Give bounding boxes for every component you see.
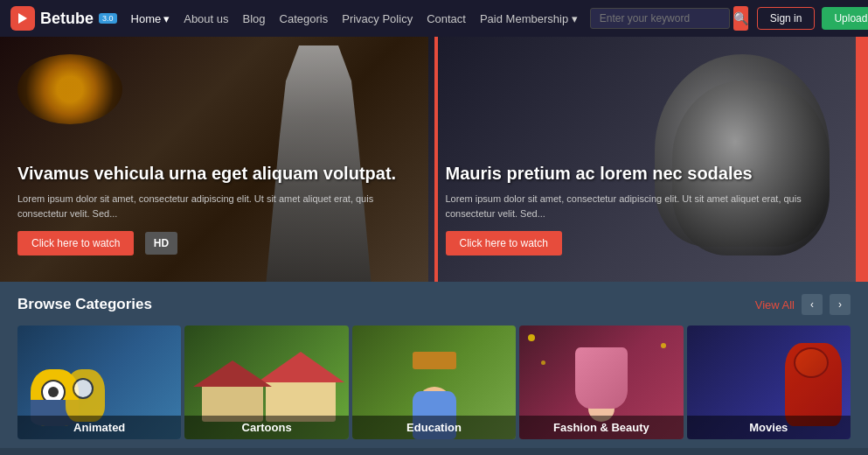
spider-body bbox=[785, 343, 842, 426]
search-input[interactable] bbox=[590, 8, 730, 29]
light2 bbox=[661, 343, 666, 348]
nav-about[interactable]: About us bbox=[178, 12, 233, 25]
logo-text: Betube bbox=[40, 10, 94, 28]
category-card-animated[interactable]: Animated bbox=[17, 326, 181, 439]
education-label: Education bbox=[352, 416, 516, 439]
animated-label: Animated bbox=[17, 416, 181, 439]
view-all-link[interactable]: View All bbox=[755, 298, 795, 312]
fashion-body bbox=[575, 347, 628, 409]
child-hat bbox=[413, 352, 456, 369]
prev-arrow[interactable]: ‹ bbox=[802, 294, 823, 315]
nav-blog[interactable]: Blog bbox=[238, 12, 271, 25]
categories-title: Browse Categories bbox=[17, 296, 152, 313]
navbar: Betube3.0 Home ▾ About us Blog Categoris… bbox=[0, 0, 868, 37]
categories-section: Browse Categories View All ‹ › Animated bbox=[0, 282, 868, 448]
fashion-label: Fashion & Beauty bbox=[519, 416, 683, 439]
next-arrow[interactable]: › bbox=[830, 294, 851, 315]
slide2-desc: Lorem ipsum dolor sit amet, consectetur … bbox=[446, 192, 839, 220]
category-card-fashion[interactable]: Fashion & Beauty bbox=[519, 326, 683, 439]
categories-header: Browse Categories View All ‹ › bbox=[17, 294, 851, 315]
cartoons-label: Cartoons bbox=[184, 416, 348, 439]
hero-banner: Vivamus vehicula urna eget aliquam volut… bbox=[0, 37, 868, 282]
nav-contact[interactable]: Contact bbox=[421, 12, 471, 25]
minion2-eye bbox=[73, 378, 94, 399]
nav-membership[interactable]: Paid Membership ▾ bbox=[475, 12, 583, 25]
slide1-title: Vivamus vehicula urna eget aliquam volut… bbox=[17, 162, 411, 185]
nav-privacy[interactable]: Privacy Policy bbox=[337, 12, 418, 25]
slide1-hd-badge: HD bbox=[145, 232, 177, 255]
signin-button[interactable]: Sign in bbox=[757, 7, 816, 30]
chevron-down-icon-membership: ▾ bbox=[572, 12, 578, 25]
home-label: Home bbox=[131, 12, 162, 25]
hero-side-strip bbox=[856, 37, 868, 282]
house2-roof bbox=[193, 360, 272, 387]
category-card-education[interactable]: Education bbox=[352, 326, 516, 439]
slide1-watch-btn[interactable]: Click here to watch bbox=[17, 231, 134, 256]
category-card-movies[interactable]: Movies bbox=[687, 326, 851, 439]
nav-home[interactable]: Home ▾ bbox=[126, 12, 176, 25]
slide2-title: Mauris pretium ac lorem nec sodales bbox=[446, 162, 839, 185]
search-button[interactable]: 🔍 bbox=[733, 6, 748, 31]
categories-controls: View All ‹ › bbox=[755, 294, 851, 315]
movies-label: Movies bbox=[687, 416, 851, 439]
chevron-down-icon: ▾ bbox=[163, 12, 170, 25]
category-card-cartoons[interactable]: Cartoons bbox=[184, 326, 348, 439]
hero-slide-2: Mauris pretium ac lorem nec sodales Lore… bbox=[428, 37, 857, 282]
logo-badge: 3.0 bbox=[99, 13, 117, 24]
membership-label: Paid Membership bbox=[480, 12, 568, 25]
minion2 bbox=[66, 369, 105, 422]
logo-icon bbox=[10, 6, 35, 31]
categories-grid: Animated Cartoons Education bbox=[17, 326, 851, 439]
search-icon: 🔍 bbox=[733, 11, 748, 25]
nav-categories[interactable]: Categoris bbox=[274, 12, 334, 25]
upload-button[interactable]: Upload Video bbox=[822, 7, 868, 30]
slide2-watch-btn[interactable]: Click here to watch bbox=[446, 231, 562, 256]
hero-slide-1: Vivamus vehicula urna eget aliquam volut… bbox=[0, 37, 428, 282]
slide2-content: Mauris pretium ac lorem nec sodales Lore… bbox=[446, 162, 839, 256]
hero-divider bbox=[434, 37, 438, 282]
spider-head bbox=[794, 347, 829, 378]
slide1-desc: Lorem ipsum dolor sit amet, consectetur … bbox=[17, 192, 411, 220]
logo[interactable]: Betube3.0 bbox=[10, 6, 117, 31]
slide1-content: Vivamus vehicula urna eget aliquam volut… bbox=[17, 162, 411, 256]
slide1-eye bbox=[17, 54, 122, 124]
